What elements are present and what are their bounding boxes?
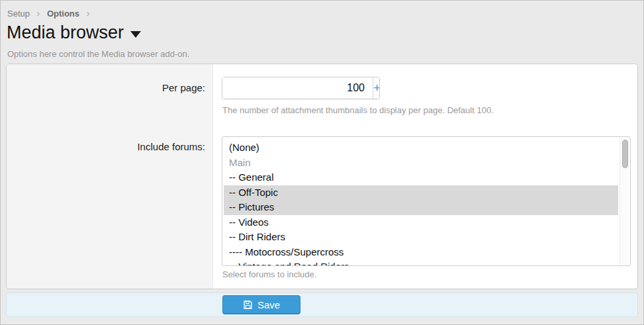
per-page-input[interactable]	[222, 77, 373, 99]
chevron-down-icon	[130, 31, 141, 38]
forum-option-selected[interactable]: -- Off-Topic	[224, 185, 618, 201]
page-title[interactable]: Media browser	[7, 23, 141, 43]
breadcrumb-setup[interactable]: Setup	[7, 9, 30, 19]
save-icon	[243, 300, 253, 310]
per-page-spinbox: + −	[222, 77, 380, 99]
forum-option-selected[interactable]: -- Pictures	[224, 200, 618, 215]
per-page-hint: The number of attachment thumbnails to d…	[222, 105, 494, 115]
per-page-label: Per page:	[7, 82, 213, 93]
page-root: Setup › Options › Media browser Options …	[0, 0, 644, 325]
breadcrumb: Setup › Options ›	[7, 8, 94, 19]
include-forums-hint: Select forums to include.	[222, 269, 316, 279]
forum-option[interactable]: -- Videos	[224, 215, 618, 230]
breadcrumb-options[interactable]: Options	[47, 9, 79, 19]
scrollbar-track[interactable]	[620, 138, 629, 265]
save-button[interactable]: Save	[222, 295, 300, 314]
page-subtitle: Options here control the Media browser a…	[7, 49, 189, 59]
forum-option[interactable]: ---- Motocross/Supercross	[224, 245, 618, 260]
forum-option[interactable]: Main	[224, 156, 618, 171]
increment-button[interactable]: +	[373, 77, 380, 99]
forum-option[interactable]: -- General	[224, 170, 618, 185]
forum-option[interactable]: -- Dirt Riders	[224, 230, 618, 245]
save-button-label: Save	[257, 299, 280, 310]
include-forums-label: Include forums:	[7, 141, 213, 152]
breadcrumb-separator: ›	[37, 8, 40, 19]
include-forums-select[interactable]: (None) Main -- General -- Off-Topic -- P…	[222, 136, 631, 266]
label-column-background	[7, 64, 213, 289]
forum-option[interactable]: -- Vintage and Road Riders	[224, 259, 618, 266]
page-title-text: Media browser	[7, 23, 124, 43]
options-panel: Per page: + − The number of attachment t…	[6, 64, 638, 289]
scrollbar-thumb[interactable]	[622, 140, 628, 168]
footer-bar: Save	[6, 293, 638, 317]
breadcrumb-separator: ›	[87, 8, 90, 19]
forum-option[interactable]: (None)	[224, 140, 618, 156]
